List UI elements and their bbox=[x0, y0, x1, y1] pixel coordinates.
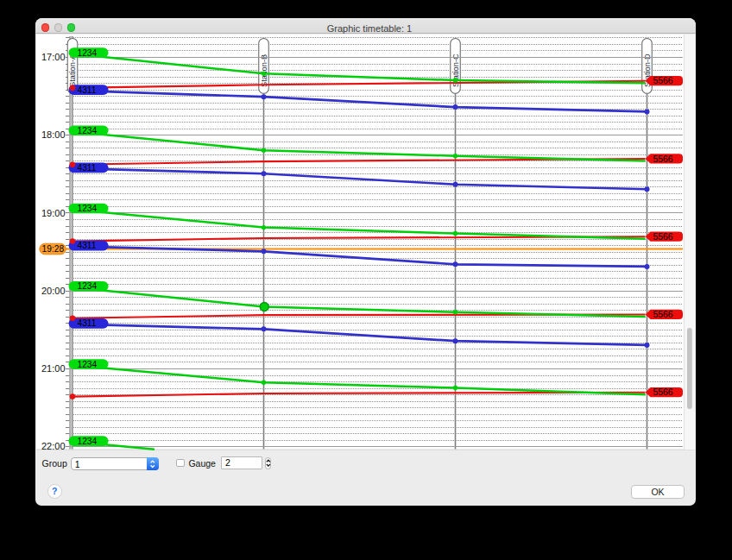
svg-text:22:00: 22:00 bbox=[41, 441, 66, 451]
svg-text:1234: 1234 bbox=[78, 126, 98, 135]
svg-text:1234: 1234 bbox=[78, 360, 98, 369]
svg-text:Station-A: Station-A bbox=[68, 53, 77, 87]
svg-text:4311: 4311 bbox=[78, 85, 97, 95]
svg-text:1234: 1234 bbox=[78, 204, 98, 213]
svg-text:4311: 4311 bbox=[78, 318, 97, 328]
svg-text:4311: 4311 bbox=[78, 241, 97, 250]
svg-text:5566: 5566 bbox=[653, 154, 673, 164]
svg-text:5566: 5566 bbox=[653, 232, 673, 242]
svg-text:18:00: 18:00 bbox=[41, 129, 66, 140]
svg-text:Station-B: Station-B bbox=[260, 54, 268, 87]
svg-text:20:00: 20:00 bbox=[41, 286, 66, 296]
svg-text:5566: 5566 bbox=[653, 76, 673, 85]
svg-text:17:00: 17:00 bbox=[41, 52, 66, 62]
svg-text:5566: 5566 bbox=[653, 310, 673, 319]
svg-text:21:00: 21:00 bbox=[41, 363, 66, 374]
svg-text:4311: 4311 bbox=[78, 163, 97, 173]
svg-text:1234: 1234 bbox=[78, 48, 98, 58]
svg-text:1234: 1234 bbox=[78, 437, 98, 446]
svg-text:19:00: 19:00 bbox=[41, 208, 66, 218]
svg-text:1234: 1234 bbox=[78, 281, 98, 291]
svg-text:19:28: 19:28 bbox=[42, 244, 65, 254]
svg-text:5566: 5566 bbox=[653, 387, 673, 397]
